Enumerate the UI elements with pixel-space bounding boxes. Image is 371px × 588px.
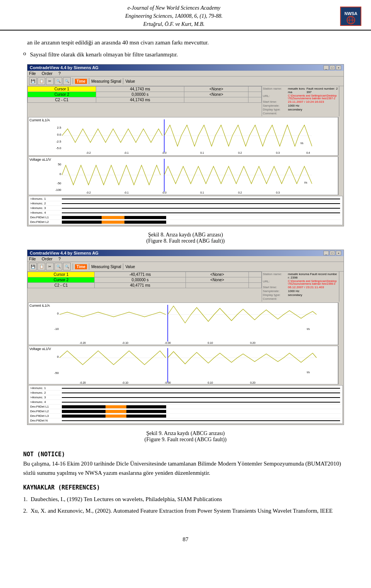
fig8-caption-tr: Şekil 8. Arıza kaydı (ABG arızası) <box>23 232 348 238</box>
fig9-voltage-label: Voltage uL1/V <box>29 347 51 351</box>
fig9-toolbar-btn-2[interactable]: 📋 <box>37 263 45 270</box>
fig9-dig-annunc3-name: >Annunc. 3 <box>30 396 61 399</box>
fig8-current-label: Current iL1/A <box>29 118 50 122</box>
fig8-current-chart-row: Current iL1/A 2.5 0.0 -2.5 -5.0 -0.2 -0.… <box>28 117 343 156</box>
fig8-voltage-scrollbar[interactable] <box>338 156 343 195</box>
toolbar-btn-2[interactable]: 📋 <box>37 77 45 85</box>
svg-text:0.10: 0.10 <box>208 381 213 384</box>
svg-text:-50: -50 <box>54 371 59 375</box>
fig8-dig-fltdet-l2-name: Dev.FltDet L2 <box>30 220 61 224</box>
fig8-caption-en: (Figure 8. Fault record (ABG fault)) <box>23 238 348 244</box>
fig9-minimize-btn[interactable]: _ <box>323 251 329 255</box>
notice-heading: NOT (NOTICE) <box>23 451 65 458</box>
fig9-displaytype-val: secondary <box>288 293 302 297</box>
fig9-station-key: Station name: <box>263 272 288 279</box>
fig9-title: ComtradeView 4.4 by Siemens AG <box>30 251 99 255</box>
fig8-url-row: URL: C:\Documents and Settings\can\Deskt… <box>263 94 338 100</box>
fig9-scrollbar[interactable] <box>339 272 344 302</box>
header-line1: e-Journal of New World Sciences Academy <box>8 4 340 12</box>
fig9-close-btn[interactable]: × <box>336 251 341 255</box>
fig9-current-label: Current iL1/A <box>29 304 50 308</box>
fig8-close-btn[interactable]: × <box>336 65 341 70</box>
svg-text:t/s: t/s <box>305 181 308 184</box>
fig8-fault-record: Fault record number: 2397 <box>306 87 338 94</box>
fig9-toolbar-btn-5[interactable]: 🔍 <box>63 263 71 270</box>
fig9-dig-fltdet-l3-line <box>62 415 166 418</box>
fig8-digital-area: >Annunc. 1 >Annunc. 2 >Annunc. 3 >Annunc… <box>28 196 343 225</box>
main-content: an ile arızanın tespit edildiği an arası… <box>0 31 371 529</box>
fig8-cursor2-label: Cursor 2 <box>28 92 96 97</box>
bullet-item-2: o Sayısal filtre olarak dik kenarlı olma… <box>23 50 348 59</box>
references-section: KAYNAKLAR (REFERENCES) 1. Daubechies, I.… <box>23 483 348 515</box>
fig9-toolbar-btn-1[interactable]: 💾 <box>29 263 37 270</box>
fig8-voltage-chart: Voltage uL1/V 50 0 -50 -100 -0.2 -0.1 -0… <box>28 156 338 195</box>
svg-text:-0.20: -0.20 <box>80 342 86 344</box>
fig8-restore-btn[interactable]: □ <box>330 65 335 70</box>
fig8-url-key: URL: <box>263 94 288 100</box>
fig9-dig-fltdet-l3-name: Dev.FltDet L3 <box>30 414 61 418</box>
fig8-cursor1-signal: <None> <box>184 87 248 92</box>
svg-text:-0.2: -0.2 <box>86 151 91 154</box>
svg-text:50: 50 <box>58 163 61 166</box>
fig9-value-label: Value <box>125 265 135 269</box>
svg-text:-0.2: -0.2 <box>86 191 91 194</box>
toolbar-btn-1[interactable]: 💾 <box>29 77 37 85</box>
svg-text:0.2: 0.2 <box>238 191 242 194</box>
fig9-starttime-key: Start time: <box>263 286 288 289</box>
toolbar-btn-4[interactable]: 🔍 <box>54 77 62 85</box>
fig9-dig-annunc1-name: >Annunc. 1 <box>30 386 61 390</box>
fig8-minimize-btn[interactable]: _ <box>323 65 329 70</box>
menu-help[interactable]: ? <box>58 71 61 76</box>
toolbar-btn-3[interactable]: ✂ <box>46 77 54 85</box>
svg-text:0: 0 <box>60 172 61 176</box>
menu-order[interactable]: Order <box>42 71 53 76</box>
toolbar-btn-5[interactable]: 🔍 <box>63 77 71 85</box>
fig8-samplerate-val: 1000 Hz <box>288 104 300 107</box>
fig9-starttime-val: 06.12.2007 / 23:21:11.403 <box>288 286 324 289</box>
fig8-dig-annunc3: >Annunc. 3 <box>30 206 341 211</box>
toolbar-sep-1 <box>73 78 73 84</box>
fig8-cursor-table: Cursor 1 44,1743 ms <None> Cursor 2 0,00… <box>27 86 262 103</box>
bullet-text-1: an ile arızanın tespit edildiği an arası… <box>27 38 348 47</box>
fig9-cursor-section: Cursor 1 -40,4771 ms <None> Cursor 2 0,0… <box>27 272 344 302</box>
ref-item-2: 2. Xu, X. and Kezunovic, M., (2002). Aut… <box>23 506 348 515</box>
fig9-menu-help[interactable]: ? <box>58 257 61 261</box>
fig9-menu-order[interactable]: Order <box>42 257 53 261</box>
bullet-text-2: Sayısal filtre olarak dik kenarlı olmaya… <box>30 50 348 59</box>
fig9-c2c1-label: C2 - C1 <box>28 283 95 288</box>
fig9-displaytype-key: Display type: <box>263 293 288 297</box>
menu-file[interactable]: File <box>29 71 36 76</box>
fig9-cursor2-signal: <None> <box>186 277 249 283</box>
svg-text:0.20: 0.20 <box>250 342 255 344</box>
fig9-current-scrollbar[interactable] <box>338 302 343 345</box>
fig9-toolbar-btn-3[interactable]: ✂ <box>46 263 54 270</box>
svg-text:-5.0: -5.0 <box>56 146 61 150</box>
header-text: e-Journal of New World Sciences Academy … <box>8 4 340 28</box>
fig9-voltage-scrollbar[interactable] <box>338 346 343 384</box>
fig8-scrollbar[interactable] <box>339 86 344 116</box>
fig8-displaytype-key: Display type: <box>263 108 288 111</box>
fig8-cursor2-signal: <None> <box>184 92 248 97</box>
fig9-toolbar-btn-4[interactable]: 🔍 <box>54 263 62 270</box>
svg-text:2.5: 2.5 <box>57 126 62 129</box>
fig8-c2c1-empty2 <box>248 97 262 103</box>
fig9-menubar: File Order ? <box>27 256 344 262</box>
fig9-comment-row: Comment: <box>263 297 338 301</box>
fig9-digital-area: >Annunc. 1 >Annunc. 2 >Annunc. 3 >Annunc… <box>28 385 343 424</box>
logo-box: NWSA <box>340 7 361 26</box>
fig9-voltage-chart: Voltage uL1/V 0 -50 -0.20 -0.10 -0.00 0.… <box>28 346 338 384</box>
fig9-dig-annunc4-name: >Annunc. 4 <box>30 400 61 404</box>
fig9-dig-annunc4-line <box>62 402 340 403</box>
fig9-starttime-row: Start time: 06.12.2007 / 23:21:11.403 <box>263 286 338 289</box>
fig8-dig-annunc4: >Annunc. 4 <box>30 211 341 215</box>
fig9-voltage-chart-row: Voltage uL1/V 0 -50 -0.20 -0.10 -0.00 0.… <box>28 346 343 384</box>
fig8-current-scrollbar[interactable] <box>338 117 343 156</box>
fig8-samplerate-key: Samplerate: <box>263 104 288 107</box>
fig9-restore-btn[interactable]: □ <box>330 251 335 255</box>
page-number: 87 <box>0 536 371 551</box>
fig9-menu-file[interactable]: File <box>29 257 36 261</box>
fig9-time-label: Time <box>75 264 87 269</box>
svg-text:0.0: 0.0 <box>57 133 62 136</box>
fig9-caption-tr: Şekil 9. Arıza kaydı (ABCG arızası) <box>23 430 348 437</box>
fig8-dig-annunc1-line <box>62 199 340 199</box>
